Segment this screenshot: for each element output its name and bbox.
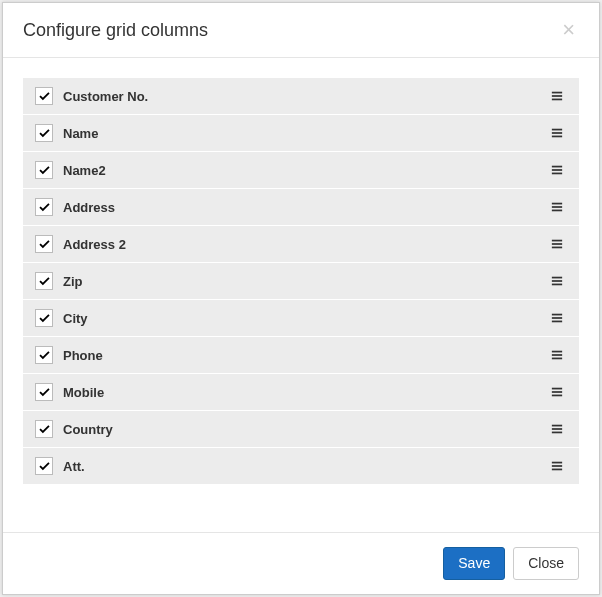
column-label: Country xyxy=(63,422,113,437)
column-item[interactable]: Country xyxy=(23,411,579,448)
svg-rect-5 xyxy=(552,136,562,138)
column-label: Address xyxy=(63,200,115,215)
svg-rect-2 xyxy=(552,99,562,101)
column-label: Name2 xyxy=(63,163,106,178)
column-item[interactable]: Customer No. xyxy=(23,78,579,115)
column-item-left: Customer No. xyxy=(35,87,148,105)
column-item[interactable]: Phone xyxy=(23,337,579,374)
svg-rect-13 xyxy=(552,243,562,245)
column-visibility-checkbox[interactable] xyxy=(35,272,53,290)
svg-rect-16 xyxy=(552,280,562,282)
dialog-body: Customer No.NameName2AddressAddress 2Zip… xyxy=(3,58,599,532)
dialog-footer: Save Close xyxy=(3,532,599,594)
drag-handle-icon[interactable] xyxy=(547,310,567,326)
drag-handle-icon[interactable] xyxy=(547,199,567,215)
column-visibility-checkbox[interactable] xyxy=(35,87,53,105)
column-item-left: Name xyxy=(35,124,98,142)
column-label: Address 2 xyxy=(63,237,126,252)
svg-rect-27 xyxy=(552,425,562,427)
svg-rect-22 xyxy=(552,354,562,356)
svg-rect-4 xyxy=(552,132,562,134)
column-label: Zip xyxy=(63,274,83,289)
column-item[interactable]: Address xyxy=(23,189,579,226)
column-item-left: Att. xyxy=(35,457,85,475)
svg-rect-19 xyxy=(552,317,562,319)
svg-rect-15 xyxy=(552,277,562,279)
column-label: Customer No. xyxy=(63,89,148,104)
svg-rect-7 xyxy=(552,169,562,171)
svg-rect-3 xyxy=(552,129,562,131)
column-label: Mobile xyxy=(63,385,104,400)
svg-rect-1 xyxy=(552,95,562,97)
column-item-left: Name2 xyxy=(35,161,106,179)
column-item-left: City xyxy=(35,309,88,327)
column-item-left: Phone xyxy=(35,346,103,364)
column-item[interactable]: Att. xyxy=(23,448,579,485)
dialog-title: Configure grid columns xyxy=(23,20,208,41)
column-item-left: Address xyxy=(35,198,115,216)
svg-rect-32 xyxy=(552,469,562,471)
svg-rect-14 xyxy=(552,247,562,249)
column-item-left: Zip xyxy=(35,272,83,290)
svg-rect-24 xyxy=(552,388,562,390)
svg-rect-30 xyxy=(552,462,562,464)
svg-rect-31 xyxy=(552,465,562,467)
column-label: Att. xyxy=(63,459,85,474)
drag-handle-icon[interactable] xyxy=(547,125,567,141)
column-item[interactable]: Zip xyxy=(23,263,579,300)
column-visibility-checkbox[interactable] xyxy=(35,346,53,364)
column-item-left: Country xyxy=(35,420,113,438)
drag-handle-icon[interactable] xyxy=(547,236,567,252)
save-button[interactable]: Save xyxy=(443,547,505,580)
svg-rect-21 xyxy=(552,351,562,353)
svg-rect-9 xyxy=(552,203,562,205)
column-visibility-checkbox[interactable] xyxy=(35,420,53,438)
column-visibility-checkbox[interactable] xyxy=(35,457,53,475)
svg-rect-11 xyxy=(552,210,562,212)
column-list: Customer No.NameName2AddressAddress 2Zip… xyxy=(23,78,579,485)
column-item-left: Mobile xyxy=(35,383,104,401)
column-visibility-checkbox[interactable] xyxy=(35,198,53,216)
svg-rect-10 xyxy=(552,206,562,208)
drag-handle-icon[interactable] xyxy=(547,273,567,289)
column-label: City xyxy=(63,311,88,326)
drag-handle-icon[interactable] xyxy=(547,384,567,400)
column-label: Phone xyxy=(63,348,103,363)
column-visibility-checkbox[interactable] xyxy=(35,383,53,401)
svg-rect-8 xyxy=(552,173,562,175)
column-item[interactable]: Name2 xyxy=(23,152,579,189)
drag-handle-icon[interactable] xyxy=(547,347,567,363)
drag-handle-icon[interactable] xyxy=(547,162,567,178)
configure-columns-dialog: Configure grid columns × Customer No.Nam… xyxy=(2,2,600,595)
dialog-header: Configure grid columns × xyxy=(3,3,599,58)
column-visibility-checkbox[interactable] xyxy=(35,161,53,179)
close-button[interactable]: Close xyxy=(513,547,579,580)
svg-rect-28 xyxy=(552,428,562,430)
column-item-left: Address 2 xyxy=(35,235,126,253)
column-visibility-checkbox[interactable] xyxy=(35,235,53,253)
svg-rect-6 xyxy=(552,166,562,168)
svg-rect-26 xyxy=(552,395,562,397)
column-label: Name xyxy=(63,126,98,141)
column-visibility-checkbox[interactable] xyxy=(35,309,53,327)
svg-rect-0 xyxy=(552,92,562,94)
column-item[interactable]: Address 2 xyxy=(23,226,579,263)
drag-handle-icon[interactable] xyxy=(547,88,567,104)
column-item[interactable]: Mobile xyxy=(23,374,579,411)
svg-rect-23 xyxy=(552,358,562,360)
drag-handle-icon[interactable] xyxy=(547,458,567,474)
svg-rect-17 xyxy=(552,284,562,286)
drag-handle-icon[interactable] xyxy=(547,421,567,437)
close-x-button[interactable]: × xyxy=(558,19,579,41)
svg-rect-18 xyxy=(552,314,562,316)
svg-rect-29 xyxy=(552,432,562,434)
column-item[interactable]: City xyxy=(23,300,579,337)
svg-rect-12 xyxy=(552,240,562,242)
svg-rect-20 xyxy=(552,321,562,323)
svg-rect-25 xyxy=(552,391,562,393)
column-visibility-checkbox[interactable] xyxy=(35,124,53,142)
column-item[interactable]: Name xyxy=(23,115,579,152)
